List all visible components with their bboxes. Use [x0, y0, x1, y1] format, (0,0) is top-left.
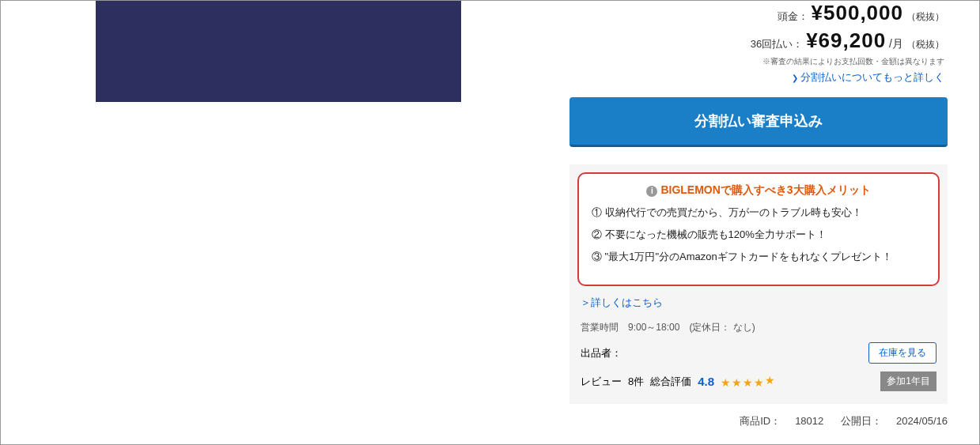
star-rating: ★★★★: [721, 374, 774, 389]
merit-box: iBIGLEMONで購入すべき3大購入メリット ① 収納代行での売買だから、万が…: [577, 172, 940, 286]
merit-item: ① 収納代行での売買だから、万が一のトラブル時も安心！: [592, 206, 925, 220]
publish-date-label: 公開日：: [841, 415, 882, 427]
installment-line: 36回払い： ¥69,200 /月 （税抜）: [573, 28, 944, 53]
merit-title: iBIGLEMONで購入すべき3大購入メリット: [592, 183, 925, 198]
product-image: [96, 1, 461, 102]
price-note: ※審査の結果によりお支払回数・金額は異なります: [573, 56, 944, 67]
install-month: /月: [889, 37, 903, 51]
right-panel: 頭金： ¥500,000 （税抜） 36回払い： ¥69,200 /月 （税抜）…: [569, 1, 948, 404]
view-stock-button[interactable]: 在庫を見る: [868, 342, 936, 364]
merit-item: ② 不要になった機械の販売も120%全力サポート！: [592, 228, 925, 242]
product-id-value: 18012: [795, 415, 823, 427]
rating-label: 総合評価: [650, 375, 691, 389]
product-id-label: 商品ID：: [740, 415, 781, 427]
publish-date-value: 2024/05/16: [896, 415, 948, 427]
review-row: レビュー 8件 総合評価 4.8 ★★★★ 参加1年目: [577, 367, 940, 396]
review-count: 8件: [628, 375, 644, 389]
down-label: 頭金：: [778, 9, 808, 24]
merit-item: ③ "最大1万円"分のAmazonギフトカードをもれなくプレゼント！: [592, 250, 925, 264]
price-block: 頭金： ¥500,000 （税抜） 36回払い： ¥69,200 /月 （税抜）…: [569, 1, 948, 89]
installment-details-link[interactable]: 分割払いについてもっと詳しく: [573, 70, 944, 85]
down-payment-line: 頭金： ¥500,000 （税抜）: [573, 1, 944, 25]
install-tax: （税抜）: [906, 38, 944, 51]
install-label: 36回払い：: [751, 37, 803, 51]
review-score: 4.8: [698, 375, 714, 388]
participation-badge: 参加1年目: [880, 371, 936, 391]
merit-title-text: BIGLEMONで購入すべき3大購入メリット: [660, 183, 870, 196]
install-value: ¥69,200: [806, 28, 886, 53]
business-hours: 営業時間 9:00～18:00 (定休日： なし): [577, 316, 940, 339]
merit-detail-link[interactable]: ＞詳しくはこちら: [577, 286, 940, 316]
down-value: ¥500,000: [812, 1, 903, 25]
merit-section: iBIGLEMONで購入すべき3大購入メリット ① 収納代行での売買だから、万が…: [569, 164, 948, 404]
down-tax: （税抜）: [906, 10, 944, 24]
seller-label: 出品者：: [581, 346, 622, 360]
seller-row: 出品者： 在庫を見る: [577, 339, 940, 367]
info-icon: i: [646, 186, 657, 197]
review-label: レビュー: [581, 375, 622, 389]
footer-meta: 商品ID：18012 公開日：2024/05/16: [725, 414, 948, 428]
apply-button[interactable]: 分割払い審査申込み: [569, 97, 948, 147]
